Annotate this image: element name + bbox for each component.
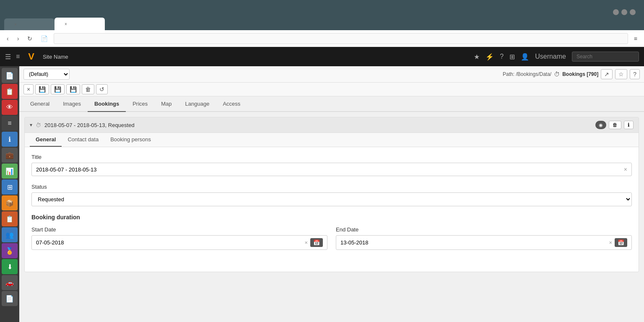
end-date-label: End Date [336,226,632,233]
title-clear-button[interactable]: × [624,166,627,173]
sidebar-item-info[interactable]: ℹ [2,132,18,147]
title-input[interactable] [36,166,624,173]
sidebar-item-doc2[interactable]: 📄 [2,291,18,306]
end-date-group: End Date × 📅 [336,226,632,250]
title-input-wrap: × [31,163,632,176]
table-icon[interactable]: ⊞ [509,53,515,61]
start-date-clear[interactable]: × [304,239,308,246]
booking-info-button[interactable]: ℹ [624,121,634,129]
status-select[interactable]: Requested Confirmed Cancelled [31,192,632,206]
tab-active-close[interactable]: × [65,22,67,26]
top-nav: ☰ ≡ V Site Name ★ ⚡ ? ⊞ 👤 Username [0,47,644,66]
start-date-wrap: × 📅 [31,235,327,250]
tab-inactive[interactable]: × [4,18,55,30]
sidebar-item-eye[interactable]: 👁 [2,100,18,115]
star-icon[interactable]: ★ [474,53,480,61]
dot-3 [630,9,636,15]
sidebar-item-lines[interactable]: ≡ [2,116,18,131]
user-avatar[interactable]: 👤 [521,53,529,61]
search-input[interactable] [572,52,639,62]
hamburger-icon[interactable]: ☰ [5,53,11,61]
date-row: Start Date × 📅 End Date [31,226,632,257]
top-nav-actions: ★ ⚡ ? ⊞ 👤 Username [474,52,639,62]
main-content: (Default) Path: /Bookings/Data/ ⏱ Bookin… [19,66,644,322]
bookings-count: Bookings [790] [562,71,598,77]
second-toolbar: × 💾 💾 💾 🗑 ↺ [19,83,644,96]
sidebar-item-package[interactable]: 📦 [2,195,18,210]
tab-map[interactable]: Map [154,96,178,112]
tab-general[interactable]: General [23,96,56,112]
status-label: Status [31,184,632,190]
sub-tab-persons[interactable]: Booking persons [104,133,157,147]
save-button[interactable]: 💾 [35,84,49,94]
end-date-input[interactable] [340,239,606,246]
sidebar-item-car[interactable]: 🚗 [2,275,18,290]
open-external-button[interactable]: ↗ [601,69,613,79]
sidebar-item-document[interactable]: 📄 [2,68,18,83]
reset-button[interactable]: ↺ [96,84,108,94]
dot-2 [621,9,627,15]
chevron-icon[interactable]: ▾ [30,122,32,128]
booking-delete-button[interactable]: 🗑 [609,121,621,129]
browser-nav: ‹ › ↻ 📄 ≡ [0,30,644,47]
end-date-wrap: × 📅 [336,235,632,250]
forward-button[interactable]: › [15,34,22,44]
main-tabs: General Images Bookings Prices Map Langu… [19,96,644,112]
toolbar: (Default) Path: /Bookings/Data/ ⏱ Bookin… [19,66,644,83]
booking-header-title: 2018-05-07 - 2018-05-13, Requested [44,122,592,128]
delete-button[interactable]: 🗑 [82,84,94,94]
list-icon[interactable]: ≡ [16,53,20,60]
back-button[interactable]: ‹ [4,34,11,44]
help-icon[interactable]: ? [500,53,504,60]
title-label: Title [31,154,632,160]
tab-bookings[interactable]: Bookings [88,96,126,112]
app-container: 📄 📋 👁 ≡ ℹ 💼 📊 ⊞ 📦 📋 👥 🏅 ⬇ 🚗 📄 (Default) [0,66,644,322]
dot-1 [613,9,619,15]
sub-tab-general[interactable]: General [30,133,62,147]
sidebar-item-users[interactable]: 👥 [2,227,18,242]
site-title: Site Name [43,54,469,60]
content-area: ▾ ⏱ 2018-05-07 - 2018-05-13, Requested ◉… [19,112,644,281]
help-button[interactable]: ? [630,69,640,79]
username-label: Username [535,53,566,60]
title-group: Title × [31,154,632,176]
save2-button[interactable]: 💾 [51,84,65,94]
save3-button[interactable]: 💾 [66,84,80,94]
view-dropdown[interactable]: (Default) [23,69,70,80]
page-button[interactable]: 📄 [38,34,50,44]
lightning-icon[interactable]: ⚡ [486,53,494,61]
start-date-group: Start Date × 📅 [31,226,327,250]
sidebar-item-clipboard[interactable]: 📋 [2,211,18,226]
close-button[interactable]: × [23,84,34,94]
sidebar-item-grid[interactable]: ⊞ [2,179,18,195]
sidebar-item-medal[interactable]: 🏅 [2,243,18,258]
form-body: Title × Status Requested Confirmed [25,147,639,272]
end-date-calendar-button[interactable]: 📅 [615,238,627,247]
sidebar-item-download[interactable]: ⬇ [2,259,18,274]
sidebar-item-file[interactable]: 📋 [2,84,18,99]
start-date-calendar-button[interactable]: 📅 [310,238,323,247]
tab-inactive-close[interactable]: × [14,22,17,27]
toolbar-right: Path: /Bookings/Data/ ⏱ Bookings [790] ↗… [503,69,640,79]
sidebar-item-chart[interactable]: 📊 [2,164,18,179]
start-date-input[interactable] [36,239,302,246]
sub-tab-contact[interactable]: Contact data [62,133,104,147]
sidebar: 📄 📋 👁 ≡ ℹ 💼 📊 ⊞ 📦 📋 👥 🏅 ⬇ 🚗 📄 [0,66,19,322]
toggle-button[interactable]: ◉ [595,121,606,129]
address-bar[interactable] [54,33,628,44]
favorite-button[interactable]: ☆ [615,69,627,79]
menu-button[interactable]: ≡ [631,34,640,44]
end-date-clear[interactable]: × [609,239,612,246]
sub-tabs: General Contact data Booking persons [25,133,639,147]
tab-active[interactable]: × [55,18,105,30]
path-text: Path: /Bookings/Data/ [503,71,551,77]
tab-prices[interactable]: Prices [126,96,154,112]
tab-language[interactable]: Language [179,96,216,112]
tab-access[interactable]: Access [216,96,247,112]
start-date-label: Start Date [31,226,327,233]
tab-images[interactable]: Images [56,96,88,112]
reload-button[interactable]: ↻ [25,34,35,44]
clock-icon: ⏱ [36,122,41,128]
sidebar-item-briefcase[interactable]: 💼 [2,148,18,163]
duration-title: Booking duration [31,214,632,221]
